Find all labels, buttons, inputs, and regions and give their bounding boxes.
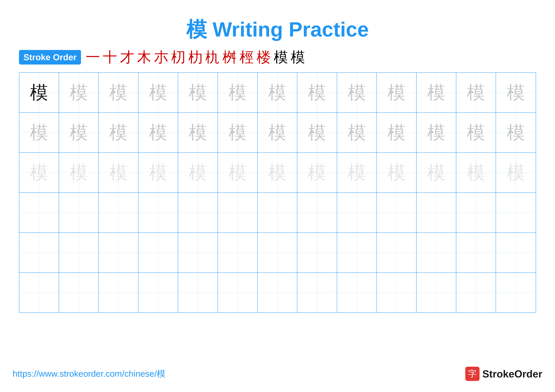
grid-cell-2-1[interactable]: 模 (59, 153, 99, 192)
grid-cell-0-6[interactable]: 模 (258, 73, 297, 112)
cell-char-1-8: 模 (348, 123, 366, 142)
grid-row-1: 模模模模模模模模模模模模模 (19, 113, 536, 153)
footer-url[interactable]: https://www.strokeorder.com/chinese/模 (13, 368, 166, 380)
grid-cell-0-11[interactable]: 模 (456, 73, 496, 112)
grid-cell-1-6[interactable]: 模 (258, 113, 297, 152)
grid-cell-1-10[interactable]: 模 (416, 113, 456, 152)
grid-cell-2-4[interactable]: 模 (178, 153, 218, 192)
stroke-char-12: 模 (291, 50, 305, 64)
grid-cell-5-9[interactable] (377, 273, 416, 313)
grid-cell-5-1[interactable] (59, 273, 99, 313)
grid-cell-1-11[interactable]: 模 (456, 113, 496, 152)
grid-cell-2-5[interactable]: 模 (218, 153, 258, 192)
grid-cell-1-8[interactable]: 模 (337, 113, 377, 152)
title-section: 模 Writing Practice (13, 16, 542, 44)
grid-cell-5-3[interactable] (139, 273, 178, 313)
grid-cell-3-12[interactable] (496, 193, 536, 232)
grid-cell-2-3[interactable]: 模 (139, 153, 178, 192)
grid-cell-2-11[interactable]: 模 (456, 153, 496, 192)
grid-cell-1-12[interactable]: 模 (496, 113, 536, 152)
grid-cell-3-8[interactable] (337, 193, 377, 232)
grid-cell-1-0[interactable]: 模 (19, 113, 59, 152)
grid-cell-1-5[interactable]: 模 (218, 113, 258, 152)
cell-char-0-9: 模 (387, 84, 406, 102)
grid-cell-5-11[interactable] (456, 273, 496, 313)
grid-cell-4-12[interactable] (496, 233, 536, 272)
grid-row-2: 模模模模模模模模模模模模模 (19, 153, 536, 193)
grid-cell-0-5[interactable]: 模 (218, 73, 258, 112)
grid-cell-0-9[interactable]: 模 (377, 73, 416, 112)
grid-cell-3-0[interactable] (19, 193, 59, 232)
grid-cell-4-8[interactable] (337, 233, 377, 272)
cell-char-2-8: 模 (348, 164, 366, 182)
grid-cell-0-2[interactable]: 模 (99, 73, 139, 112)
grid-cell-4-3[interactable] (139, 233, 178, 272)
grid-cell-1-2[interactable]: 模 (99, 113, 139, 152)
grid-cell-5-6[interactable] (258, 273, 297, 313)
cell-char-0-8: 模 (348, 84, 366, 102)
grid-cell-1-4[interactable]: 模 (178, 113, 218, 152)
cell-char-0-4: 模 (189, 84, 207, 102)
grid-cell-3-3[interactable] (139, 193, 178, 232)
grid-cell-3-6[interactable] (258, 193, 297, 232)
grid-cell-3-1[interactable] (59, 193, 99, 232)
grid-cell-5-5[interactable] (218, 273, 258, 313)
grid-cell-4-10[interactable] (416, 233, 456, 272)
grid-cell-2-10[interactable]: 模 (416, 153, 456, 192)
grid-cell-1-3[interactable]: 模 (139, 113, 178, 152)
grid-cell-5-2[interactable] (99, 273, 139, 313)
cell-char-1-1: 模 (70, 123, 88, 142)
cell-char-1-2: 模 (109, 123, 128, 142)
grid-cell-4-4[interactable] (178, 233, 218, 272)
grid-cell-3-11[interactable] (456, 193, 496, 232)
cell-char-1-4: 模 (189, 123, 207, 142)
grid-cell-2-12[interactable]: 模 (496, 153, 536, 192)
grid-cell-5-0[interactable] (19, 273, 59, 313)
grid-cell-3-9[interactable] (377, 193, 416, 232)
grid-cell-4-2[interactable] (99, 233, 139, 272)
grid-cell-2-7[interactable]: 模 (297, 153, 337, 192)
grid-cell-1-1[interactable]: 模 (59, 113, 99, 152)
grid-cell-4-0[interactable] (19, 233, 59, 272)
page-title: 模 Writing Practice (186, 18, 369, 41)
grid-cell-0-8[interactable]: 模 (337, 73, 377, 112)
cell-char-2-7: 模 (308, 164, 326, 182)
grid-cell-2-2[interactable]: 模 (99, 153, 139, 192)
cell-char-2-9: 模 (387, 164, 406, 182)
grid-cell-3-5[interactable] (218, 193, 258, 232)
grid-cell-0-4[interactable]: 模 (178, 73, 218, 112)
grid-cell-0-12[interactable]: 模 (496, 73, 536, 112)
grid-cell-0-0[interactable]: 模 (19, 73, 59, 112)
grid-cell-4-1[interactable] (59, 233, 99, 272)
grid-cell-4-6[interactable] (258, 233, 297, 272)
grid-cell-5-12[interactable] (496, 273, 536, 313)
grid-cell-0-1[interactable]: 模 (59, 73, 99, 112)
cell-char-1-10: 模 (427, 123, 445, 142)
grid-cell-3-7[interactable] (297, 193, 337, 232)
cell-char-1-5: 模 (228, 123, 247, 142)
grid-cell-2-6[interactable]: 模 (258, 153, 297, 192)
grid-cell-4-5[interactable] (218, 233, 258, 272)
grid-cell-2-8[interactable]: 模 (337, 153, 377, 192)
grid-cell-3-10[interactable] (416, 193, 456, 232)
grid-cell-0-10[interactable]: 模 (416, 73, 456, 112)
grid-cell-3-4[interactable] (178, 193, 218, 232)
grid-cell-4-9[interactable] (377, 233, 416, 272)
grid-row-4 (19, 233, 536, 273)
grid-cell-1-7[interactable]: 模 (297, 113, 337, 152)
grid-cell-2-9[interactable]: 模 (377, 153, 416, 192)
grid-cell-4-7[interactable] (297, 233, 337, 272)
grid-cell-0-3[interactable]: 模 (139, 73, 178, 112)
cell-char-2-0: 模 (30, 164, 48, 182)
grid-cell-4-11[interactable] (456, 233, 496, 272)
grid-cell-1-9[interactable]: 模 (377, 113, 416, 152)
grid-cell-0-7[interactable]: 模 (297, 73, 337, 112)
cell-char-0-0: 模 (30, 84, 48, 102)
grid-cell-3-2[interactable] (99, 193, 139, 232)
stroke-char-10: 楼 (257, 50, 271, 64)
grid-cell-2-0[interactable]: 模 (19, 153, 59, 192)
grid-cell-5-7[interactable] (297, 273, 337, 313)
grid-cell-5-10[interactable] (416, 273, 456, 313)
grid-cell-5-4[interactable] (178, 273, 218, 313)
grid-cell-5-8[interactable] (337, 273, 377, 313)
